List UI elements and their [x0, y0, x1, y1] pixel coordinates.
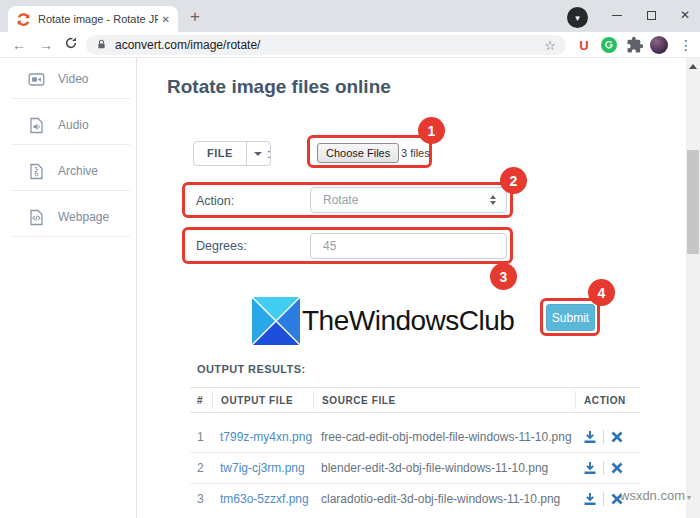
- file-type-label: FILE: [194, 142, 246, 165]
- sidebar-divider: [12, 144, 130, 145]
- close-icon: ✕: [680, 9, 690, 21]
- chevron-down-icon: ▾: [575, 13, 580, 23]
- output-file-link[interactable]: t799z-my4xn.png: [212, 430, 313, 444]
- choose-files-button[interactable]: Choose Files: [317, 143, 399, 163]
- source-file-name: free-cad-edit-obj-model-file-windows-11-…: [313, 430, 575, 444]
- download-icon[interactable]: [583, 492, 597, 506]
- video-icon: [28, 71, 45, 88]
- minimize-icon: [612, 15, 622, 16]
- file-row-separator: :: [267, 146, 271, 161]
- new-tab-button[interactable]: +: [182, 5, 208, 29]
- extensions-puzzle-icon[interactable]: [626, 36, 644, 54]
- sidebar-divider: [12, 190, 130, 191]
- sidebar-divider: [12, 236, 130, 237]
- sidebar-item-label: Archive: [58, 164, 98, 178]
- row-index: 1: [190, 430, 212, 444]
- sidebar: Video Audio Archive: [0, 58, 137, 518]
- url-text: aconvert.com/image/rotate/: [115, 38, 544, 52]
- forward-arrow-icon: →: [39, 37, 53, 53]
- delete-icon[interactable]: [610, 430, 624, 444]
- table-header-row: # OUTPUT FILE SOURCE FILE ACTION: [190, 387, 640, 413]
- delete-icon[interactable]: [610, 461, 624, 475]
- reload-icon: [64, 36, 78, 54]
- page-title: Rotate image files online: [167, 76, 391, 98]
- sidebar-item-label: Webpage: [58, 210, 109, 224]
- forward-button[interactable]: →: [33, 33, 59, 57]
- file-type-dropdown[interactable]: FILE: [193, 141, 271, 166]
- scrollbar-thumb[interactable]: [687, 150, 699, 254]
- grammarly-extension-icon[interactable]: [601, 37, 617, 53]
- bookmark-star-icon[interactable]: ☆: [544, 38, 556, 53]
- thewindowsclub-logo-text: TheWindowsClub: [302, 297, 514, 345]
- action-divider: [603, 461, 604, 475]
- sidebar-item-label: Audio: [58, 118, 89, 132]
- maximize-icon: [647, 11, 656, 20]
- column-header-source-file: SOURCE FILE: [313, 391, 575, 409]
- column-header-action: ACTION: [575, 391, 640, 409]
- watermark: wsxdn.com ▾: [620, 488, 691, 503]
- output-results-table: # OUTPUT FILE SOURCE FILE ACTION 1 t799z…: [190, 387, 640, 514]
- archive-icon: [28, 163, 45, 180]
- row-actions: [575, 461, 640, 475]
- window-close-button[interactable]: ✕: [670, 0, 700, 30]
- select-arrows-icon: [490, 195, 496, 205]
- table-row: 2 tw7ig-cj3rm.png blender-edit-3d-obj-fi…: [190, 452, 640, 483]
- annotation-badge-4: 4: [588, 279, 615, 306]
- back-button[interactable]: ←: [6, 33, 32, 57]
- output-results-title: OUTPUT RESULTS:: [197, 363, 305, 375]
- source-file-name: claradotio-edit-3d-obj-file-windows-11-1…: [313, 492, 575, 506]
- media-controls-button[interactable]: ▾: [567, 7, 588, 28]
- annotation-badge-1: 1: [418, 117, 445, 144]
- caret-down-icon: [254, 152, 262, 156]
- watermark-caret-icon: ▾: [687, 493, 691, 503]
- column-header-index: #: [190, 391, 212, 409]
- window-minimize-button[interactable]: [602, 0, 632, 30]
- source-file-name: blender-edit-3d-obj-file-windows-11-10.p…: [313, 461, 575, 475]
- sidebar-item-video[interactable]: Video: [0, 63, 137, 95]
- table-row: 3 tm63o-5zzxf.png claradotio-edit-3d-obj…: [190, 483, 640, 514]
- browser-titlebar: Rotate image - Rotate JPG, PNG, ✕ + ▾ ✕: [0, 0, 700, 32]
- tab-close-icon[interactable]: ✕: [162, 14, 170, 25]
- output-file-link[interactable]: tw7ig-cj3rm.png: [212, 461, 313, 475]
- row-index: 3: [190, 492, 212, 506]
- browser-menu-icon[interactable]: ⋮: [676, 33, 696, 57]
- download-icon[interactable]: [583, 430, 597, 444]
- page-scrollbar[interactable]: [686, 58, 700, 518]
- table-row: 1 t799z-my4xn.png free-cad-edit-obj-mode…: [190, 421, 640, 452]
- row-index: 2: [190, 461, 212, 475]
- window-maximize-button[interactable]: [636, 0, 666, 30]
- action-select[interactable]: Rotate: [310, 187, 507, 213]
- watermark-text: wsxdn.com: [620, 488, 685, 503]
- degrees-label: Degrees:: [196, 239, 247, 253]
- action-divider: [603, 430, 604, 444]
- profile-avatar[interactable]: [650, 36, 668, 54]
- action-label: Action:: [196, 194, 234, 208]
- browser-tab[interactable]: Rotate image - Rotate JPG, PNG, ✕: [8, 6, 178, 32]
- sidebar-item-archive[interactable]: Archive: [0, 155, 137, 187]
- annotation-badge-3: 3: [490, 263, 517, 290]
- sidebar-item-audio[interactable]: Audio: [0, 109, 137, 141]
- webpage-icon: [28, 209, 45, 226]
- download-icon[interactable]: [583, 461, 597, 475]
- output-file-link[interactable]: tm63o-5zzxf.png: [212, 492, 313, 506]
- table-spacer: [190, 413, 640, 421]
- column-header-output-file: OUTPUT FILE: [212, 391, 313, 409]
- address-bar[interactable]: aconvert.com/image/rotate/ ☆: [86, 35, 566, 55]
- aconvert-favicon-icon: [16, 12, 31, 27]
- sidebar-item-webpage[interactable]: Webpage: [0, 201, 137, 233]
- lock-icon: [96, 36, 107, 54]
- extension-u-icon[interactable]: U: [573, 33, 595, 57]
- submit-button[interactable]: Submit: [546, 304, 595, 331]
- thewindowsclub-logo-icon: [252, 297, 300, 345]
- scrollbar-up-icon[interactable]: [689, 64, 697, 69]
- degrees-input[interactable]: [310, 233, 507, 259]
- back-arrow-icon: ←: [12, 37, 26, 53]
- tab-title: Rotate image - Rotate JPG, PNG,: [38, 13, 158, 25]
- sidebar-divider: [12, 98, 130, 99]
- sidebar-item-label: Video: [58, 72, 88, 86]
- annotation-badge-2: 2: [500, 167, 527, 194]
- reload-button[interactable]: [58, 33, 84, 57]
- action-divider: [603, 492, 604, 506]
- action-selected-value: Rotate: [323, 193, 490, 207]
- audio-icon: [28, 117, 45, 134]
